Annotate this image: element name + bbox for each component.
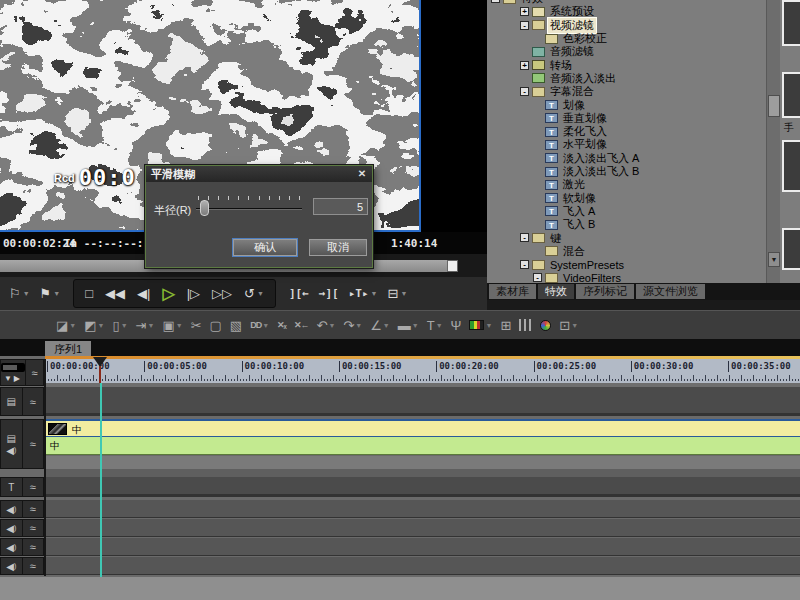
close-icon[interactable]: ✕ — [355, 167, 369, 180]
tree-item[interactable]: T划像 — [487, 98, 766, 111]
video-clip[interactable]: 中 — [46, 419, 800, 437]
tree-item[interactable]: -键 — [487, 231, 766, 244]
mark-out-button[interactable]: ⚑▼ — [37, 284, 64, 303]
tree-item[interactable]: T垂直划像 — [487, 112, 766, 125]
tree-item[interactable]: T飞入 A — [487, 205, 766, 218]
mixer-button[interactable] — [519, 319, 532, 331]
video-track-lane[interactable] — [46, 387, 800, 416]
ripple-cut-button[interactable]: ✕ₓ — [277, 320, 286, 330]
save-button[interactable]: ▣▼ — [162, 318, 182, 333]
tree-scrollbar[interactable]: ▼ — [766, 0, 780, 283]
tree-expander-icon[interactable]: - — [520, 21, 529, 30]
goto-in-button[interactable]: ][← — [286, 285, 312, 302]
frame-forward-button[interactable]: |▷ — [184, 284, 203, 303]
effect-thumbnail[interactable] — [782, 228, 800, 270]
undo-button[interactable]: ↶▼ — [316, 318, 335, 333]
audio-track-lane[interactable] — [46, 557, 800, 575]
video-track-header[interactable]: ▤ ≈ — [0, 387, 44, 416]
fast-forward-button[interactable]: ▷▷ — [209, 284, 235, 303]
track-mode-controls[interactable]: ▼▶ — [1, 360, 25, 385]
tree-item[interactable]: -字幕混合 — [487, 85, 766, 98]
new-sequence-button[interactable]: ▯▼ — [112, 318, 127, 333]
tree-item[interactable]: T柔化飞入 — [487, 125, 766, 138]
mark-in-button[interactable]: ⚐▼ — [6, 284, 33, 303]
slider-track[interactable] — [196, 208, 302, 210]
tree-item[interactable]: 色彩校正 — [487, 32, 766, 45]
duplicate-button[interactable]: DD▼ — [250, 320, 269, 330]
tree-item[interactable]: T淡入淡出飞入 B — [487, 165, 766, 178]
radius-slider[interactable] — [196, 196, 302, 222]
copy-button[interactable]: ▢ — [210, 318, 222, 333]
audio-clip[interactable]: 中 — [46, 437, 800, 455]
audio-track-lane[interactable] — [46, 538, 800, 556]
tree-item[interactable]: -SystemPresets — [487, 258, 766, 271]
tree-item[interactable]: T软划像 — [487, 191, 766, 204]
add-clip-button[interactable]: ⇥▼ — [136, 318, 155, 333]
audio-track-header[interactable]: ◀≈ — [0, 500, 44, 518]
transition-button[interactable]: ◪▼ — [56, 318, 76, 333]
key-button[interactable]: ◩▼ — [84, 318, 104, 333]
tree-item[interactable]: +系统预设 — [487, 5, 766, 18]
tree-expander-icon[interactable]: - — [520, 233, 529, 242]
audio-track-header[interactable]: ◀≈ — [0, 557, 44, 575]
redo-button[interactable]: ↷▼ — [343, 318, 362, 333]
cut-button[interactable]: ✂ — [191, 318, 202, 333]
confirm-button[interactable]: 确认 — [233, 239, 297, 256]
va-mixer-lane[interactable] — [46, 456, 800, 469]
stop-button[interactable]: □ — [82, 284, 96, 303]
slider-thumb[interactable] — [200, 200, 209, 216]
tree-item[interactable]: T激光 — [487, 178, 766, 191]
voiceover-button[interactable]: Ψ — [451, 318, 462, 333]
tree-expander-icon[interactable]: - — [491, 0, 500, 3]
tree-item[interactable]: 音频滤镜 — [487, 45, 766, 58]
audio-track-lane[interactable] — [46, 519, 800, 537]
film-button[interactable]: ▬▼ — [398, 318, 419, 333]
cancel-button[interactable]: 取消 — [309, 239, 367, 256]
tree-item[interactable]: +转场 — [487, 58, 766, 71]
audio-track-header[interactable]: ◀≈ — [0, 519, 44, 537]
tree-item[interactable]: 音频淡入淡出 — [487, 72, 766, 85]
paste-button[interactable]: ▧ — [230, 318, 242, 333]
palette-tab[interactable]: 素材库 — [489, 284, 536, 299]
expand-collapse-icons[interactable]: ▼▶ — [4, 374, 22, 383]
effect-thumbnail[interactable] — [782, 140, 800, 192]
sequence-tab[interactable]: 序列1 — [45, 341, 91, 356]
timeline-ruler[interactable]: 00:00:00:0000:00:05:0000:00:10:0000:00:1… — [45, 359, 800, 383]
scrub-position-handle[interactable] — [447, 260, 458, 272]
ripple-delete-button[interactable]: ✕← — [294, 320, 309, 330]
scrollbar-thumb[interactable] — [768, 95, 780, 117]
tree-item[interactable]: -VideoFilters — [487, 271, 766, 283]
radius-value-field[interactable] — [313, 198, 368, 215]
tree-item[interactable]: T水平划像 — [487, 138, 766, 151]
frame-back-button[interactable]: ◀| — [134, 284, 153, 303]
loop-button[interactable]: ↺▼ — [241, 284, 267, 303]
tree-item[interactable]: -视频滤镜 — [487, 19, 766, 32]
va-track-header[interactable]: ▤ ◀ ≈ — [0, 419, 44, 469]
tree-expander-icon[interactable]: + — [520, 7, 529, 16]
palette-tab[interactable]: 序列标记 — [576, 284, 634, 299]
multicam-button[interactable]: ⊞ — [500, 318, 511, 333]
tree-item[interactable]: T淡入淡出飞入 A — [487, 152, 766, 165]
sync-column-header[interactable]: ≈ — [25, 360, 43, 385]
tree-expander-icon[interactable]: - — [520, 260, 529, 269]
audio-track-lane[interactable] — [46, 500, 800, 518]
title-track-lane[interactable] — [46, 477, 800, 497]
scrollbar-down-icon[interactable]: ▼ — [768, 252, 780, 267]
tree-item[interactable]: T飞入 B — [487, 218, 766, 231]
tree-expander-icon[interactable]: - — [520, 87, 529, 96]
tree-expander-icon[interactable]: + — [520, 61, 529, 70]
play-button[interactable]: ▷ — [159, 282, 177, 305]
audio-track-header[interactable]: ◀≈ — [0, 538, 44, 556]
title-button[interactable]: T▼ — [427, 318, 443, 333]
goto-out-button[interactable]: →][ — [316, 285, 342, 302]
effect-thumbnail[interactable] — [782, 72, 800, 118]
effect-thumbnail[interactable] — [782, 0, 800, 46]
trim-mode-button[interactable]: ∠▼ — [370, 318, 390, 333]
color-wheel-button[interactable] — [540, 320, 551, 331]
render-button[interactable]: ▼ — [469, 320, 492, 330]
rewind-button[interactable]: ◀◀ — [102, 284, 128, 303]
layout-button[interactable]: ⊡▼ — [559, 318, 578, 333]
tree-expander-icon[interactable]: - — [533, 273, 542, 282]
export-button[interactable]: ⊟▼ — [385, 284, 411, 303]
palette-tab[interactable]: 源文件浏览 — [636, 284, 705, 299]
